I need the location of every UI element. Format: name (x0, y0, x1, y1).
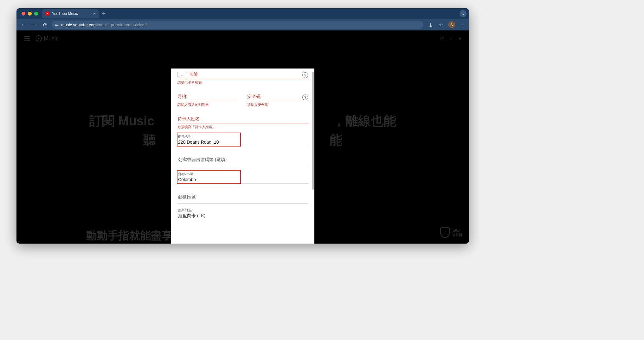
city-value: Colombo (178, 177, 307, 182)
bg-line2-left: 聽 (143, 131, 156, 149)
govpn-text: GO VPN (452, 228, 462, 237)
url-path: /music_premium/musicfeed (97, 23, 147, 27)
youtube-favicon-icon (45, 11, 49, 16)
card-number-help-icon[interactable]: ? (302, 72, 308, 78)
apartment-field[interactable]: 公寓或套房號碼等 (選填) (177, 153, 308, 166)
new-tab-button[interactable]: + (99, 9, 109, 18)
url-domain: music.youtube.com (61, 23, 97, 27)
tab-close-icon[interactable]: × (93, 11, 96, 16)
postal-placeholder: 郵遞區號 (178, 192, 307, 202)
apartment-placeholder: 公寓或套房號碼等 (選填) (178, 154, 307, 165)
bg-heading-right: ，離線也能 (333, 112, 396, 130)
country-value: 斯里蘭卡 (LK) (178, 213, 307, 219)
cast-icon[interactable]: ⎚ (441, 36, 444, 41)
cvc-field: 安全碼 ? 須輸入安全碼 (247, 94, 308, 107)
cvc-error: 須輸入安全碼 (247, 102, 308, 107)
city-mini-label: 鄉/鎮/市/區 (178, 172, 307, 176)
credit-card-icon: •••• (177, 72, 186, 77)
card-number-error: 請提供卡片號碼 (177, 80, 308, 85)
cardholder-field: 持卡人姓名 必須填寫「持卡人姓名」 (177, 116, 308, 129)
reload-button[interactable]: ⟳ (41, 21, 49, 29)
window-controls (22, 12, 38, 16)
cardholder-error: 必須填寫「持卡人姓名」 (177, 125, 308, 129)
cvc-label[interactable]: 安全碼 (247, 94, 302, 100)
shield-icon: ✓ (440, 227, 450, 238)
country-field[interactable]: 國家/地區 斯里蘭卡 (LK) (177, 207, 308, 220)
scrollbar-thumb[interactable] (312, 72, 314, 190)
site-info-icon[interactable]: ⇆ (55, 23, 59, 27)
card-number-label[interactable]: 卡號 (189, 72, 302, 78)
payment-form-modal: •••• 卡號 ? 請提供卡片號碼 月/年 請輸入有效的到期日 (171, 69, 314, 244)
music-logo-icon (35, 35, 42, 42)
profile-avatar[interactable]: A (448, 21, 455, 28)
window-minimize[interactable] (28, 12, 32, 16)
expiry-label[interactable]: 月/年 (177, 94, 238, 100)
search-icon[interactable]: ⌕ (449, 36, 453, 41)
tabs-dropdown-button[interactable]: ⌄ (460, 10, 467, 17)
tab-title: YouTube Music (52, 11, 78, 16)
header-actions: ⎚ ⌕ ● (441, 36, 461, 41)
install-app-icon[interactable]: ⤓ (427, 21, 434, 29)
back-button[interactable]: ← (20, 21, 27, 29)
account-icon[interactable]: ● (458, 36, 461, 41)
card-number-field: •••• 卡號 ? 請提供卡片號碼 (177, 72, 308, 85)
cardholder-label[interactable]: 持卡人姓名 (177, 116, 308, 122)
expiry-error: 請輸入有效的到期日 (177, 102, 238, 107)
expiry-field: 月/年 請輸入有效的到期日 (177, 94, 238, 107)
browser-window: YouTube Music × + ⌄ ← → ⟳ ⇆ music.youtub… (16, 8, 469, 244)
cvc-help-icon[interactable]: ? (302, 95, 308, 100)
window-maximize[interactable] (34, 12, 38, 16)
modal-scrollbar[interactable] (312, 72, 314, 240)
youtube-music-logo[interactable]: Music (35, 35, 59, 42)
bg-heading-left: 訂閱 Music (89, 112, 154, 130)
browser-tab[interactable]: YouTube Music × (42, 9, 99, 18)
forward-button[interactable]: → (30, 21, 38, 29)
postal-field[interactable]: 郵遞區號 (177, 191, 308, 204)
street-mini-label: 街道地址 (178, 134, 307, 139)
hamburger-menu-icon[interactable] (24, 36, 30, 41)
bookmark-star-icon[interactable]: ☆ (437, 21, 445, 29)
street-value: 220 Deans Road, 10 (178, 140, 307, 145)
page-content: Music ⎚ ⌕ ● 訂閱 Music ，離線也能 聽 能 動動手指就能盡享超… (16, 30, 469, 244)
country-mini-label: 國家/地區 (178, 208, 307, 213)
address-bar: ← → ⟳ ⇆ music.youtube.com/music_premium/… (16, 19, 469, 30)
city-field[interactable]: 鄉/鎮/市/區 Colombo (177, 171, 308, 184)
url-input[interactable]: ⇆ music.youtube.com/music_premium/musicf… (52, 21, 423, 29)
app-header: Music ⎚ ⌕ ● (16, 30, 469, 46)
tab-strip: YouTube Music × + ⌄ (16, 8, 469, 19)
bg-line2-right: 能 (330, 131, 342, 149)
browser-menu-icon[interactable]: ⋮ (458, 21, 466, 29)
window-close[interactable] (22, 12, 25, 16)
govpn-watermark: ✓ GO VPN (440, 227, 462, 238)
street-address-field[interactable]: 街道地址 220 Deans Road, 10 (177, 133, 308, 146)
